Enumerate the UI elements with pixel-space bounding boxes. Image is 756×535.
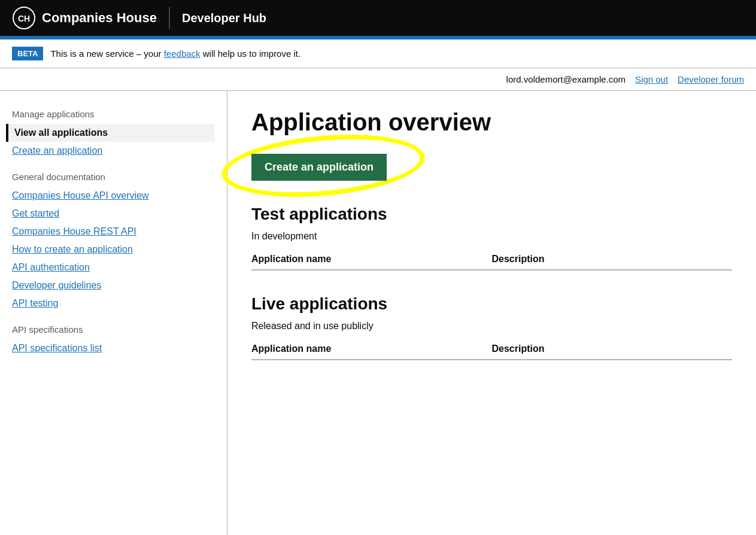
sidebar: Manage applications View all application…: [0, 91, 227, 535]
header-divider: [169, 7, 170, 29]
hub-title: Developer Hub: [182, 11, 266, 25]
sidebar-item-create-app[interactable]: Create an application: [12, 142, 215, 160]
header: CH Companies House Developer Hub: [0, 0, 756, 36]
developer-forum-link[interactable]: Developer forum: [678, 74, 744, 84]
logo-text: Companies House: [42, 10, 157, 26]
sidebar-item-api-overview[interactable]: Companies House API overview: [12, 187, 215, 205]
sign-out-link[interactable]: Sign out: [635, 74, 668, 84]
sidebar-item-api-spec-list[interactable]: API specifications list: [12, 339, 215, 357]
user-email: lord.voldemort@example.com: [506, 74, 626, 84]
beta-banner: BETA This is a new service – your feedba…: [0, 39, 756, 68]
svg-text:CH: CH: [18, 14, 30, 23]
page-layout: Manage applications View all application…: [0, 91, 756, 535]
companies-house-logo-icon: CH: [12, 6, 36, 30]
test-table-header: Application name Description: [251, 254, 732, 270]
sidebar-item-api-auth[interactable]: API authentication: [12, 259, 215, 276]
sidebar-manage-label: Manage applications: [12, 109, 215, 119]
test-col-description: Description: [492, 254, 733, 265]
live-applications-section: Live applications Released and in use pu…: [251, 294, 732, 360]
beta-text: This is a new service – your feedback wi…: [50, 48, 300, 59]
live-col-description: Description: [492, 344, 733, 354]
create-application-button[interactable]: Create an application: [251, 154, 387, 181]
feedback-link[interactable]: feedback: [164, 48, 201, 59]
sidebar-api-spec-label: API specifications: [12, 324, 215, 335]
create-btn-area: Create an application: [251, 154, 387, 181]
test-applications-section: Test applications In development Applica…: [251, 205, 732, 270]
sidebar-item-get-started[interactable]: Get started: [12, 205, 215, 223]
live-col-app-name: Application name: [251, 344, 492, 354]
sidebar-item-rest-api[interactable]: Companies House REST API: [12, 223, 215, 241]
live-section-subtitle: Released and in use publicly: [251, 321, 732, 332]
logo: CH Companies House: [12, 6, 157, 30]
user-bar: lord.voldemort@example.com Sign out Deve…: [0, 68, 756, 91]
live-table-header: Application name Description: [251, 344, 732, 360]
test-section-subtitle: In development: [251, 231, 732, 242]
test-section-title: Test applications: [251, 205, 732, 224]
sidebar-item-dev-guidelines[interactable]: Developer guidelines: [12, 276, 215, 294]
main-content: Application overview Create an applicati…: [227, 91, 756, 535]
page-title: Application overview: [251, 109, 732, 136]
sidebar-general-label: General documentation: [12, 172, 215, 182]
sidebar-item-how-to-create[interactable]: How to create an application: [12, 241, 215, 259]
sidebar-item-view-all[interactable]: View all applications: [6, 124, 215, 142]
live-section-title: Live applications: [251, 294, 732, 314]
test-col-app-name: Application name: [251, 254, 492, 265]
beta-tag: BETA: [12, 47, 43, 60]
sidebar-item-api-testing[interactable]: API testing: [12, 294, 215, 312]
